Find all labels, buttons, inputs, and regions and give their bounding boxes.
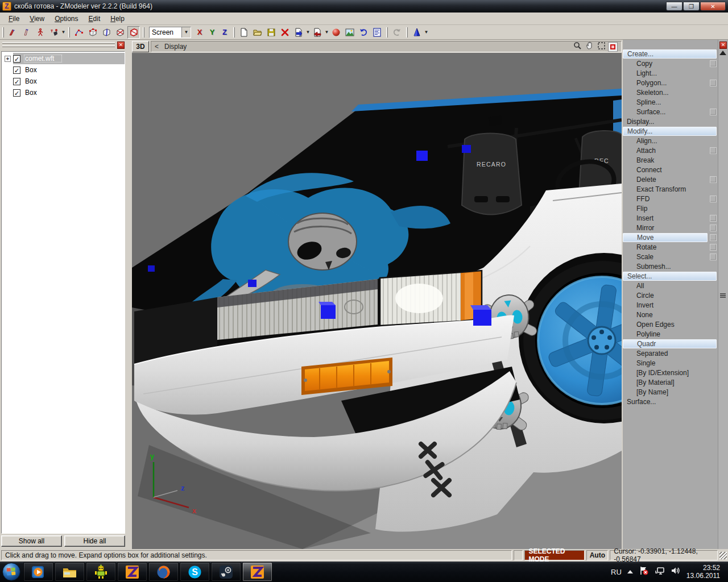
menu-file[interactable]: File	[3, 14, 24, 24]
title-bar[interactable]: Z скоба готова - ZModeler ver 2.2.2 (Bui…	[0, 0, 728, 13]
command-mirror[interactable]: Mirror	[623, 223, 728, 232]
command-options-checkbox[interactable]	[710, 234, 717, 241]
command-rotate[interactable]: Rotate	[623, 242, 728, 252]
hide-all-button[interactable]: Hide all	[64, 535, 125, 547]
command-surface[interactable]: Surface...	[623, 107, 728, 117]
menu-edit[interactable]: Edit	[84, 14, 106, 24]
action-center-icon[interactable]	[639, 566, 649, 578]
viewport-back-arrow[interactable]: <	[155, 43, 159, 51]
scroll-grip-icon[interactable]	[720, 293, 726, 298]
render-mode-icon[interactable]	[411, 26, 423, 39]
command-polygon[interactable]: Polygon...	[623, 78, 728, 88]
tree-item[interactable]: ✓Box	[2, 87, 125, 98]
viewport-3d-scene[interactable]: RECARO REC	[132, 53, 622, 549]
import-caret[interactable]: ▼	[324, 30, 329, 35]
menu-help[interactable]: Help	[105, 14, 130, 24]
command-open-edges[interactable]: Open Edges	[623, 319, 728, 329]
save-file-icon[interactable]	[265, 26, 278, 39]
resize-grip[interactable]	[719, 552, 727, 559]
command-attach[interactable]: Attach	[623, 146, 728, 155]
clock[interactable]: 23:52 13.06.2011	[686, 564, 720, 580]
close-button[interactable]: ✕	[700, 2, 726, 11]
tree-item[interactable]: ✓Box	[2, 64, 125, 76]
command-move[interactable]: Move	[623, 232, 728, 242]
axis-z-button[interactable]: Z	[219, 27, 230, 38]
command-all[interactable]: All	[623, 281, 728, 290]
viewport-title-bar[interactable]: < Display	[151, 41, 622, 52]
scroll-up-icon[interactable]	[719, 51, 726, 55]
command-options-checkbox[interactable]	[710, 109, 717, 115]
axis-x-button[interactable]: X	[194, 27, 205, 38]
command-quadr[interactable]: Quadr	[623, 339, 728, 348]
taskbar-firefox[interactable]	[148, 562, 179, 581]
render-mode-caret[interactable]: ▼	[424, 30, 429, 35]
skeleton-tool-icon[interactable]	[34, 26, 47, 39]
command-connect[interactable]: Connect	[623, 165, 728, 174]
taskbar-explorer[interactable]	[55, 562, 85, 581]
toolbar-grip[interactable]	[386, 27, 388, 38]
region-select-icon[interactable]	[597, 41, 606, 52]
command-create[interactable]: Create...	[623, 49, 728, 59]
pan-icon[interactable]	[585, 41, 594, 52]
panel-header[interactable]: ✕	[1, 41, 125, 50]
taskbar-qip[interactable]	[86, 562, 116, 581]
command-options-checkbox[interactable]	[710, 253, 717, 260]
toolbar-grip[interactable]	[406, 27, 408, 38]
command-options-checkbox[interactable]	[710, 244, 717, 251]
face-mode-icon[interactable]	[114, 26, 126, 39]
taskbar-skype[interactable]: S	[180, 562, 210, 581]
status-auto-badge[interactable]: Auto	[586, 550, 608, 560]
spline-mode-icon[interactable]	[73, 26, 85, 39]
delete-icon[interactable]	[279, 26, 291, 39]
command-submesh[interactable]: Submesh...	[623, 261, 728, 271]
visibility-checkbox[interactable]: ✓	[13, 55, 20, 63]
command-invert[interactable]: Invert	[623, 300, 728, 310]
viewport-mode-button[interactable]: 3D	[132, 41, 149, 52]
command-circle[interactable]: Circle	[623, 290, 728, 300]
command-single[interactable]: Single	[623, 358, 728, 368]
visibility-checkbox[interactable]: ✓	[13, 89, 20, 97]
envelope-tool-icon[interactable]	[7, 26, 19, 39]
command-break[interactable]: Break	[623, 155, 728, 165]
command-separated[interactable]: Separated	[623, 348, 728, 358]
taskbar-steam[interactable]	[211, 562, 241, 581]
taskbar-zmodeler[interactable]	[117, 562, 147, 581]
close-panel-icon[interactable]: ✕	[117, 41, 125, 49]
language-indicator[interactable]: RU	[611, 568, 622, 576]
command-options-checkbox[interactable]	[710, 196, 717, 202]
command-scale[interactable]: Scale	[623, 252, 728, 261]
import-icon[interactable]	[311, 26, 324, 39]
open-file-icon[interactable]	[251, 26, 264, 39]
taskbar-zmodeler-active[interactable]	[242, 562, 272, 581]
character-tools-caret[interactable]: ▼	[61, 30, 66, 35]
expand-icon[interactable]: +	[5, 56, 11, 62]
taskbar-media-player[interactable]	[23, 562, 53, 581]
command-options-checkbox[interactable]	[710, 80, 717, 86]
close-panel-icon[interactable]: ✕	[719, 41, 727, 49]
command-by-material[interactable]: [By Material]	[623, 377, 728, 387]
coordinate-space-dropdown[interactable]: Screen ▼	[149, 27, 191, 38]
visibility-checkbox[interactable]: ✓	[13, 78, 20, 85]
toolbar-grip[interactable]	[68, 27, 70, 38]
command-skeleton[interactable]: Skeleton...	[623, 88, 728, 97]
command-copy[interactable]: Copy	[623, 59, 728, 68]
command-options-checkbox[interactable]	[710, 147, 717, 154]
restore-button[interactable]: ❐	[683, 2, 700, 11]
command-spline[interactable]: Spline...	[623, 97, 728, 107]
command-options-checkbox[interactable]	[710, 60, 717, 67]
toolbar-grip[interactable]	[2, 27, 4, 38]
command-polyline[interactable]: Polyline	[623, 329, 728, 339]
export-caret[interactable]: ▼	[305, 30, 311, 35]
toolbar-grip[interactable]	[143, 27, 144, 38]
menu-options[interactable]: Options	[49, 14, 83, 24]
command-modify[interactable]: Modify...	[623, 126, 728, 136]
tree-item[interactable]: ✓Box	[2, 76, 125, 87]
volume-icon[interactable]	[671, 566, 681, 578]
vertex-mode-icon[interactable]	[86, 26, 99, 39]
edge-mode-icon[interactable]	[100, 26, 113, 39]
command-by-name[interactable]: [By Name]	[623, 387, 728, 397]
toolbar-grip[interactable]	[233, 27, 235, 38]
zoom-icon[interactable]	[573, 41, 582, 52]
command-display[interactable]: Display...	[623, 117, 728, 126]
object-mode-icon[interactable]	[127, 26, 140, 39]
